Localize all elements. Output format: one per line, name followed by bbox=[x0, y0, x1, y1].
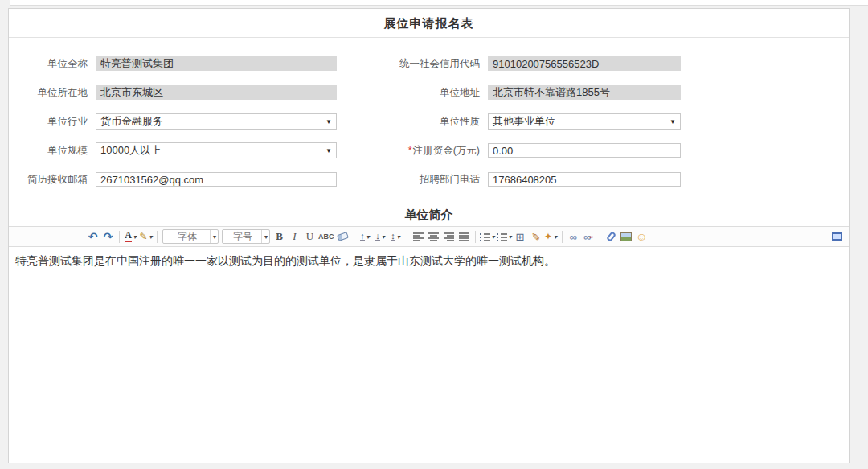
eraser-icon bbox=[337, 232, 349, 241]
toolbar-separator bbox=[475, 231, 476, 243]
attachment-button[interactable] bbox=[604, 229, 618, 244]
unit-nature-label: 单位性质 bbox=[337, 115, 488, 129]
unit-intro-section-title: 单位简介 bbox=[9, 204, 849, 226]
unit-location-label: 单位所在地 bbox=[9, 86, 96, 100]
undo-icon[interactable]: ↶ bbox=[86, 229, 100, 244]
unordered-list-icon bbox=[497, 232, 507, 241]
font-family-select-value: 字体 bbox=[168, 230, 207, 244]
align-left-icon bbox=[413, 232, 424, 241]
underline-icon[interactable]: U bbox=[303, 229, 317, 244]
highlight-color-button[interactable]: ✎▾ bbox=[139, 229, 153, 244]
font-size-select[interactable]: 字号▾ bbox=[222, 229, 270, 244]
font-color-icon: A bbox=[125, 231, 132, 242]
auto-typeset-button[interactable]: ✦▾ bbox=[544, 229, 558, 244]
registered-capital-label-text: 注册资金(万元) bbox=[413, 145, 480, 156]
unit-nature-select[interactable]: 其他事业单位 ▼ bbox=[488, 113, 681, 130]
registered-capital-label: *注册资金(万元) bbox=[337, 144, 488, 158]
unordered-list-button[interactable]: ▾ bbox=[497, 229, 512, 244]
font-color-button[interactable]: A▾ bbox=[124, 229, 137, 244]
paragraph-spacing-button[interactable]: ↓▾ bbox=[374, 229, 387, 244]
form-row: 单位规模 10000人以上 ▼ *注册资金(万元) bbox=[9, 136, 849, 165]
unit-scale-label: 单位规模 bbox=[9, 144, 96, 158]
resume-email-input[interactable] bbox=[96, 172, 337, 187]
magic-wand-icon: ✦ bbox=[544, 231, 552, 242]
unit-location-field[interactable] bbox=[96, 85, 337, 100]
chevron-down-icon: ▾ bbox=[509, 233, 512, 241]
align-left-button[interactable] bbox=[411, 229, 425, 244]
unit-name-label: 单位全称 bbox=[9, 57, 96, 71]
field-credit-code: 统一社会信用代码 bbox=[337, 56, 681, 71]
field-unit-name: 单位全称 bbox=[9, 56, 337, 71]
highlight-pen-icon: ✎ bbox=[139, 231, 147, 242]
industry-label: 单位行业 bbox=[9, 115, 96, 129]
italic-icon[interactable]: I bbox=[288, 229, 301, 244]
align-center-button[interactable] bbox=[427, 229, 440, 244]
link-icon[interactable]: ∞ bbox=[567, 229, 580, 244]
remove-format-button[interactable] bbox=[336, 229, 350, 244]
line-height-button[interactable]: ↕▾ bbox=[389, 229, 403, 244]
bold-icon[interactable]: B bbox=[272, 229, 286, 244]
field-resume-email: 简历接收邮箱 bbox=[9, 172, 337, 187]
toolbar-separator bbox=[653, 231, 653, 243]
toolbar-separator bbox=[407, 231, 407, 243]
unit-address-label: 单位地址 bbox=[337, 86, 488, 100]
registered-capital-input[interactable] bbox=[488, 143, 681, 158]
editor-toolbar: ↶ ↷ A▾ ✎▾ 字体▾ 字号▾ B I U ABC ↑▾ ↓▾ ↕▾ ▾ ▾… bbox=[9, 226, 849, 247]
ordered-list-button[interactable]: ▾ bbox=[480, 229, 495, 244]
industry-select[interactable]: 货币金融服务 ▼ bbox=[96, 113, 337, 130]
form-area: 单位全称 统一社会信用代码 单位所在地 单位地址 单位行业 货币金融服 bbox=[9, 38, 849, 194]
ordered-list-icon bbox=[480, 232, 490, 241]
align-right-icon bbox=[444, 232, 454, 241]
credit-code-field[interactable] bbox=[488, 56, 681, 71]
font-size-select-value: 字号 bbox=[227, 230, 258, 244]
field-registered-capital: *注册资金(万元) bbox=[337, 143, 681, 158]
chevron-down-icon: ▾ bbox=[397, 233, 400, 241]
field-unit-scale: 单位规模 10000人以上 ▼ bbox=[9, 142, 337, 158]
align-justify-icon bbox=[459, 232, 469, 241]
align-justify-button[interactable] bbox=[457, 229, 471, 244]
unit-address-field[interactable] bbox=[488, 85, 681, 100]
strikethrough-icon[interactable]: ABC bbox=[318, 229, 334, 244]
redo-icon[interactable]: ↷ bbox=[101, 229, 115, 244]
align-right-button[interactable] bbox=[442, 229, 456, 244]
image-icon bbox=[620, 232, 632, 241]
format-painter-icon[interactable]: ✐ bbox=[528, 230, 542, 244]
fullscreen-icon[interactable] bbox=[832, 232, 842, 241]
table-icon[interactable]: ⊞ bbox=[514, 229, 527, 244]
emoticon-icon[interactable]: ☺ bbox=[635, 229, 649, 244]
industry-select-value: 货币金融服务 bbox=[100, 114, 163, 129]
unit-scale-select-value: 10000人以上 bbox=[100, 143, 161, 158]
spacing-up-icon: ↑ bbox=[360, 232, 365, 241]
credit-code-label: 统一社会信用代码 bbox=[337, 57, 488, 71]
resume-email-label: 简历接收邮箱 bbox=[9, 173, 96, 187]
paperclip-icon bbox=[606, 231, 616, 242]
form-row: 单位所在地 单位地址 bbox=[9, 78, 849, 107]
field-recruit-phone: 招聘部门电话 bbox=[337, 172, 681, 187]
unit-intro-editor[interactable]: 特亮普测试集团是在中国注册的唯一一家以测试为目的的测试单位，是隶属于山东测试大学… bbox=[9, 247, 849, 462]
letter-spacing-button[interactable]: ↑▾ bbox=[358, 229, 372, 244]
recruit-phone-label: 招聘部门电话 bbox=[337, 173, 488, 187]
unit-intro-text: 特亮普测试集团是在中国注册的唯一一家以测试为目的的测试单位，是隶属于山东测试大学… bbox=[15, 255, 555, 267]
chevron-down-icon: ▾ bbox=[492, 233, 495, 241]
field-unit-location: 单位所在地 bbox=[9, 85, 337, 100]
spacing-down-icon: ↓ bbox=[375, 232, 380, 241]
chevron-down-icon: ▼ bbox=[669, 118, 676, 125]
chevron-down-icon: ▼ bbox=[326, 147, 332, 154]
toolbar-separator bbox=[600, 231, 600, 243]
unit-scale-select[interactable]: 10000人以上 ▼ bbox=[96, 142, 337, 158]
unit-name-field[interactable] bbox=[96, 56, 337, 71]
recruit-phone-input[interactable] bbox=[488, 172, 681, 187]
insert-image-button[interactable] bbox=[620, 229, 633, 244]
font-family-select[interactable]: 字体▾ bbox=[162, 229, 219, 244]
page-top-strip bbox=[10, 0, 868, 6]
chevron-down-icon: ▾ bbox=[133, 233, 137, 241]
chevron-down-icon: ▾ bbox=[261, 230, 268, 243]
unlink-x-mark: × bbox=[589, 233, 593, 241]
chevron-down-icon: ▾ bbox=[210, 230, 216, 243]
unlink-button[interactable]: ∞× bbox=[582, 229, 596, 244]
form-row: 简历接收邮箱 招聘部门电话 bbox=[9, 165, 849, 194]
line-height-icon: ↕ bbox=[391, 232, 395, 241]
chevron-down-icon: ▾ bbox=[554, 233, 557, 241]
toolbar-separator bbox=[157, 231, 158, 243]
chevron-down-icon: ▾ bbox=[149, 233, 153, 241]
